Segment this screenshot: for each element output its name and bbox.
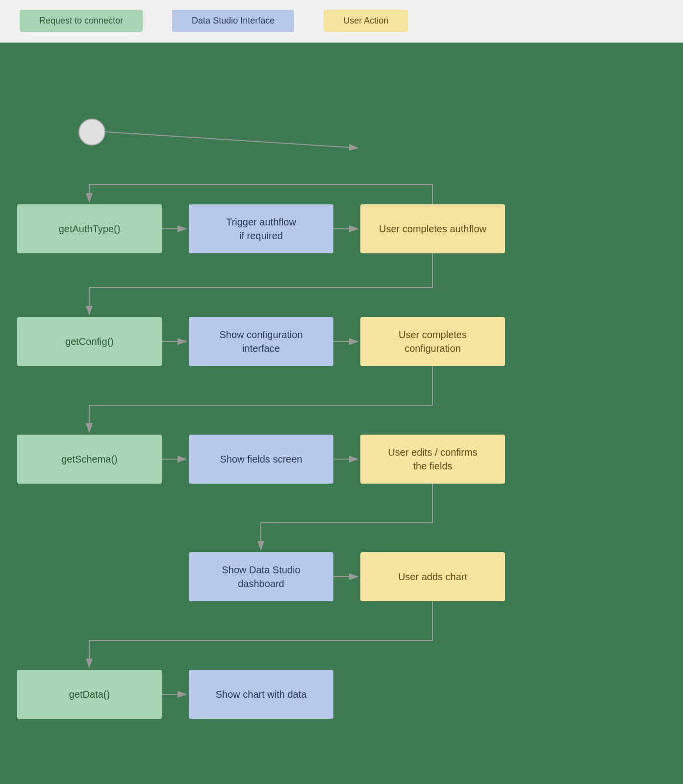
legend-green: Request to connector — [20, 10, 143, 32]
box-userFields: User edits / confirms the fields — [360, 435, 505, 484]
arrows-svg — [0, 43, 683, 773]
legend-blue: Data Studio Interface — [172, 10, 294, 32]
box-showConfig: Show configuration interface — [189, 317, 333, 366]
box-getAuthType: getAuthType() — [17, 204, 162, 253]
box-showFields: Show fields screen — [189, 435, 333, 484]
start-circle — [78, 119, 105, 146]
box-userChart: User adds chart — [360, 552, 505, 601]
legend: Request to connector Data Studio Interfa… — [0, 0, 683, 43]
box-getSchema: getSchema() — [17, 435, 162, 484]
box-getConfig: getConfig() — [17, 317, 162, 366]
legend-yellow: User Action — [324, 10, 408, 32]
svg-line-1 — [105, 132, 358, 148]
box-showChart: Show chart with data — [189, 670, 333, 719]
box-triggerAuth: Trigger authflow if required — [189, 204, 333, 253]
box-userAuth: User completes authflow — [360, 204, 505, 253]
box-userConfig: User completes configuration — [360, 317, 505, 366]
box-getData: getData() — [17, 670, 162, 719]
box-showDashboard: Show Data Studio dashboard — [189, 552, 333, 601]
diagram: getAuthType()Trigger authflow if require… — [0, 43, 683, 773]
